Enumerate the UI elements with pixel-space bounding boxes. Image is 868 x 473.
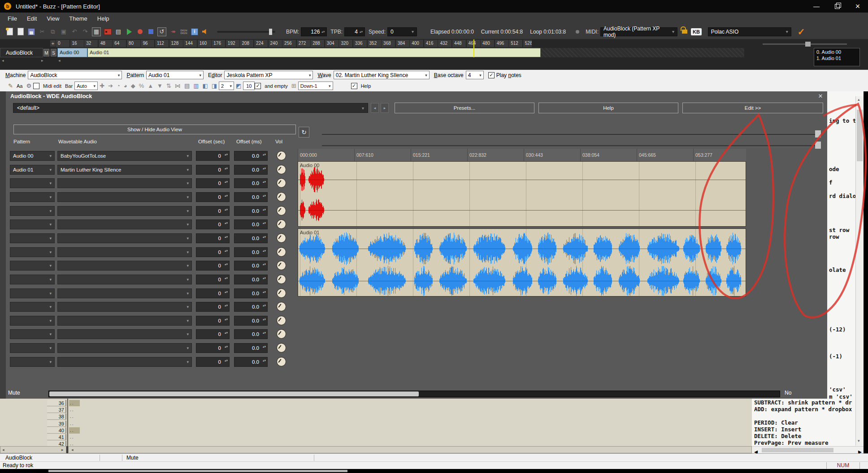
copy-icon[interactable]: ⧉: [49, 28, 57, 36]
gear-icon[interactable]: ⚙: [26, 82, 31, 89]
grid-icon[interactable]: ⊞: [291, 82, 296, 89]
undo-icon[interactable]: ↶: [70, 28, 78, 36]
spinner-arrows-icon[interactable]: ▴▾: [263, 180, 266, 184]
pattern-grid-left-scrollbar[interactable]: ◂ ▸: [0, 446, 66, 453]
row-wavetable-dropdown[interactable]: Martin Luther King SIlence▾: [57, 165, 192, 175]
row-pattern-dropdown[interactable]: ▾: [10, 233, 55, 243]
preset-next-button[interactable]: ▸: [381, 103, 389, 113]
row-volume-knob[interactable]: [277, 165, 286, 174]
scroll-left-icon[interactable]: ◂: [2, 447, 4, 452]
sequence-ruler-tick[interactable]: 304: [325, 40, 339, 47]
wave-scroll-thumb[interactable]: [815, 130, 821, 138]
pattern-cell[interactable]: ..: [69, 407, 80, 413]
show-hide-audio-view-button[interactable]: Show / Hide Audio View: [13, 125, 296, 134]
row-offset-ms-spinner[interactable]: 0.0▴▾: [234, 192, 268, 202]
spinner-arrows-icon[interactable]: ▴▾: [225, 221, 228, 225]
new-file-icon[interactable]: [6, 28, 14, 36]
spinner-arrows-icon[interactable]: ▴▾: [263, 359, 266, 362]
sequence-ruler-tick[interactable]: 192: [226, 40, 239, 47]
sequence-zoom-slider[interactable]: [763, 43, 847, 45]
tpb-spinner[interactable]: ▴▾: [360, 30, 363, 33]
step-dropdown[interactable]: 2▾: [219, 82, 234, 90]
row-wavetable-dropdown[interactable]: ▾: [57, 302, 192, 312]
audio-icon[interactable]: [201, 28, 209, 36]
presets-button[interactable]: Presets...: [395, 103, 534, 113]
row-volume-knob[interactable]: [277, 261, 286, 270]
speed-dropdown[interactable]: 0▾: [387, 27, 417, 36]
help-horizontal-scrollbar[interactable]: ◂ ▸: [752, 446, 864, 453]
spinner-arrows-icon[interactable]: ▴▾: [263, 290, 266, 294]
help-button[interactable]: Help: [538, 103, 678, 113]
row-wavetable-dropdown[interactable]: ▾: [57, 178, 192, 188]
spinner-arrows-icon[interactable]: ▴▾: [225, 194, 228, 198]
tool-icon[interactable]: ◧: [202, 82, 208, 89]
sequence-ruler-tick[interactable]: 432: [438, 40, 451, 47]
preset-dropdown[interactable]: <default>▾: [13, 103, 368, 113]
tool-icon[interactable]: ⇅: [166, 82, 171, 89]
spinner-arrows-icon[interactable]: ▴▾: [263, 318, 266, 321]
row-volume-knob[interactable]: [277, 178, 286, 188]
stop-icon[interactable]: [147, 28, 155, 36]
wave-zoom-slider[interactable]: [322, 145, 820, 147]
tool-icon[interactable]: ◆: [131, 82, 135, 89]
spinner-arrows-icon[interactable]: ▴▾: [263, 345, 266, 348]
row-pattern-dropdown[interactable]: Audio 00▾: [10, 151, 55, 161]
row-pattern-dropdown[interactable]: ▾: [10, 302, 55, 312]
sequence-pattern-block[interactable]: Audio 00: [57, 48, 87, 57]
pattern-cell[interactable]: ..: [69, 421, 80, 427]
sequence-ruler-tick[interactable]: 320: [339, 40, 352, 47]
row-pattern-dropdown[interactable]: ▾: [10, 288, 55, 298]
spinner-arrows-icon[interactable]: ▴▾: [263, 167, 266, 170]
row-volume-knob[interactable]: [277, 151, 286, 160]
waveform-track-audio01[interactable]: Audio 01: [298, 228, 746, 297]
loop-icon[interactable]: ↺: [157, 27, 166, 36]
open-file-icon[interactable]: [17, 28, 25, 36]
menu-item-help[interactable]: Help: [92, 15, 114, 22]
row-wavetable-dropdown[interactable]: ▾: [57, 219, 192, 229]
tool-icon[interactable]: ✚: [100, 82, 104, 89]
row-pattern-dropdown[interactable]: ▾: [10, 343, 55, 353]
row-offset-ms-spinner[interactable]: 0.0▴▾: [234, 165, 268, 175]
machine-view-icon[interactable]: [104, 28, 112, 36]
wave-scroll-slider[interactable]: [322, 134, 820, 136]
bar-mode-dropdown[interactable]: Auto▾: [74, 82, 98, 90]
row-offset-sec-spinner[interactable]: 0▴▾: [196, 302, 230, 312]
rows-input[interactable]: 10: [243, 82, 255, 90]
pattern-dropdown[interactable]: Audio 01▾: [146, 71, 204, 79]
sequence-ruler-tick[interactable]: 80: [127, 40, 140, 47]
pattern-editor-icon[interactable]: ▦: [92, 27, 101, 36]
row-volume-knob[interactable]: [277, 288, 286, 298]
tool-icon[interactable]: ◨: [212, 82, 217, 89]
spinner-arrows-icon[interactable]: ▴▾: [225, 249, 228, 253]
row-pattern-dropdown[interactable]: ▾: [10, 192, 55, 202]
spinner-arrows-icon[interactable]: ▴▾: [263, 235, 266, 239]
sequence-ruler-tick[interactable]: 224: [254, 40, 268, 47]
minimize-button[interactable]: —: [806, 0, 827, 13]
menu-item-view[interactable]: View: [42, 15, 64, 22]
row-wavetable-dropdown[interactable]: ▾: [57, 343, 192, 353]
spinner-arrows-icon[interactable]: ▴▾: [263, 262, 266, 266]
spinner-arrows-icon[interactable]: ▴▾: [225, 262, 228, 266]
sequence-ruler-tick[interactable]: 128: [169, 40, 183, 47]
scroll-right-icon[interactable]: ▸: [41, 58, 43, 63]
track-mute-button[interactable]: M: [43, 49, 49, 56]
restore-button[interactable]: [827, 0, 847, 13]
row-pattern-dropdown[interactable]: ▾: [10, 261, 55, 271]
sequence-ruler-tick[interactable]: 480: [481, 40, 494, 47]
dialog-close-button[interactable]: ✕: [816, 93, 825, 100]
row-offset-sec-spinner[interactable]: 0▴▾: [196, 178, 230, 188]
sequence-track-row[interactable]: Audio 00Audio 01: [57, 48, 744, 57]
row-offset-sec-spinner[interactable]: 0▴▾: [196, 261, 230, 271]
row-pattern-dropdown[interactable]: ▾: [10, 247, 55, 257]
row-offset-sec-spinner[interactable]: 0▴▾: [196, 192, 230, 202]
sequence-ruler-tick[interactable]: 16: [70, 40, 84, 47]
mute-param-slider[interactable]: [48, 391, 780, 397]
spinner-arrows-icon[interactable]: ▴▾: [263, 208, 266, 211]
help-toggle[interactable]: ✓Help: [351, 83, 373, 89]
row-offset-sec-spinner[interactable]: 0▴▾: [196, 316, 230, 326]
scroll-down-icon[interactable]: ▾: [858, 439, 860, 443]
row-offset-sec-spinner[interactable]: 0▴▾: [196, 247, 230, 257]
row-volume-knob[interactable]: [277, 302, 286, 311]
row-wavetable-dropdown[interactable]: ▾: [57, 357, 192, 367]
row-offset-ms-spinner[interactable]: 0.0▴▾: [234, 261, 268, 271]
